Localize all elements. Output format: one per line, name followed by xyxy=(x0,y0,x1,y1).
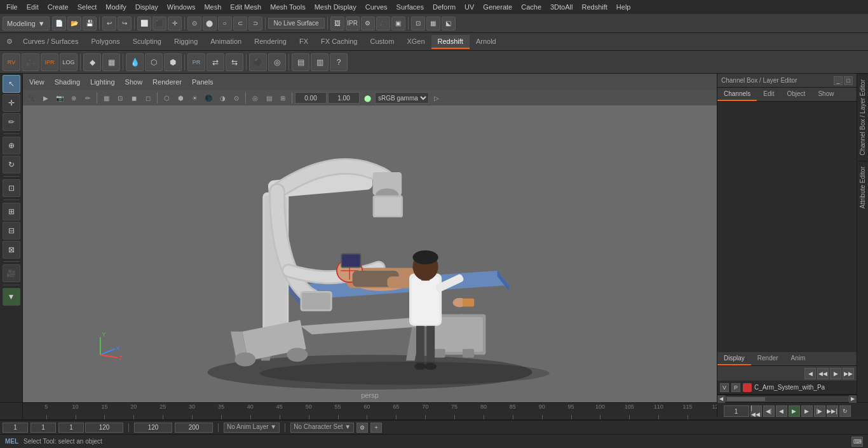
vp-icon4[interactable]: ◻ xyxy=(142,92,154,104)
tab-polygons[interactable]: Polygons xyxy=(85,35,126,49)
no-live-surface[interactable]: No Live Surface xyxy=(268,18,325,29)
shelf-pr2-icon[interactable]: ⇄ xyxy=(207,53,224,71)
layer-next-icon[interactable]: ▶ xyxy=(830,368,841,379)
panel-minimize-icon[interactable]: _ xyxy=(834,76,843,85)
menu-surfaces[interactable]: Surfaces xyxy=(393,2,428,12)
menu-edit-mesh[interactable]: Edit Mesh xyxy=(226,2,265,12)
vp-menu-panels[interactable]: Panels xyxy=(188,77,217,87)
vp-menu-renderer[interactable]: Renderer xyxy=(149,77,186,87)
ch-tab-channels[interactable]: Channels xyxy=(717,88,757,101)
display-icon[interactable]: ▣ xyxy=(391,17,405,31)
menu-mesh-display[interactable]: Mesh Display xyxy=(311,2,360,12)
ch-tab-edit[interactable]: Edit xyxy=(757,88,780,101)
shelf-ipr-icon[interactable]: IPR xyxy=(41,53,58,71)
shelf-rs1-icon[interactable]: ◆ xyxy=(83,53,101,71)
scroll-thumb[interactable] xyxy=(727,397,765,401)
new-scene-icon[interactable]: 📄 xyxy=(52,17,66,31)
layout-icon[interactable]: ▦ xyxy=(426,17,440,31)
open-scene-icon[interactable]: 📂 xyxy=(67,17,81,31)
layer-next2-icon[interactable]: ▶▶ xyxy=(843,368,854,379)
shelf-mat1-icon[interactable]: 💧 xyxy=(126,53,144,71)
panel-maximize-icon[interactable]: □ xyxy=(844,76,853,85)
paint-sel-icon[interactable]: ⬤ xyxy=(203,17,217,31)
menu-cache[interactable]: Cache xyxy=(517,2,545,12)
snap-icon[interactable]: ✛ xyxy=(168,17,182,31)
menu-deform[interactable]: Deform xyxy=(429,2,459,12)
expand-icon[interactable]: ⬕ xyxy=(442,17,456,31)
menu-edit[interactable]: Edit xyxy=(23,2,43,12)
menu-mesh[interactable]: Mesh xyxy=(200,2,225,12)
frame-slider-input[interactable] xyxy=(58,423,84,433)
multi-cut-icon[interactable]: ⊃ xyxy=(248,17,262,31)
ao-icon[interactable]: ◑ xyxy=(216,92,229,104)
workspace-dropdown[interactable]: Modeling ▼ xyxy=(3,17,50,31)
menu-windows[interactable]: Windows xyxy=(163,2,200,12)
camera-tools-icon[interactable]: 🎥 xyxy=(3,264,20,282)
render-settings-icon[interactable]: ⚙ xyxy=(361,17,375,31)
tab-fx[interactable]: FX xyxy=(293,35,315,49)
tab-animation[interactable]: Animation xyxy=(204,35,248,49)
shelf-cam-icon[interactable]: 🎥 xyxy=(22,53,39,71)
shelf-light1-icon[interactable]: ⚫ xyxy=(249,53,267,71)
vp-snap-icon[interactable]: ⊕ xyxy=(67,92,80,104)
next-key-icon[interactable]: |▶ xyxy=(814,405,825,417)
menu-generate[interactable]: Generate xyxy=(479,2,516,12)
char-set-settings-icon[interactable]: ⚙ xyxy=(356,423,368,433)
show-menu-icon[interactable]: ▼ xyxy=(3,288,20,306)
color-circle-icon[interactable]: ⬤ xyxy=(361,92,374,104)
shelf-rs2-icon[interactable]: ▦ xyxy=(102,53,120,71)
select-by-component-icon[interactable]: ⬛ xyxy=(153,17,166,31)
time-ruler[interactable]: 5101520253035404550556065707580859095100… xyxy=(23,402,717,420)
tab-custom[interactable]: Custom xyxy=(364,35,401,49)
char-set-dropdown[interactable]: No Character Set ▼ xyxy=(290,423,354,433)
lasso-icon[interactable]: ⊙ xyxy=(187,17,201,31)
scroll-right-icon[interactable]: ▶ xyxy=(849,395,857,403)
play-end-icon[interactable]: ▶▶| xyxy=(827,405,838,417)
shaded-icon[interactable]: ⬢ xyxy=(174,92,187,104)
grid-icon[interactable]: ▦ xyxy=(100,92,112,104)
soft-sel-icon[interactable]: ○ xyxy=(218,17,232,31)
vp-expand-icon[interactable]: ▷ xyxy=(430,92,443,104)
shelf-light2-icon[interactable]: ◎ xyxy=(268,53,286,71)
hud-icon[interactable]: ▤ xyxy=(262,92,275,104)
shelf-help-icon[interactable]: ? xyxy=(330,53,348,71)
isolate-icon[interactable]: ◎ xyxy=(248,92,261,104)
anim-layer-dropdown[interactable]: No Anim Layer ▼ xyxy=(224,423,280,433)
undo-icon[interactable]: ↩ xyxy=(102,17,116,31)
menu-display[interactable]: Display xyxy=(132,2,162,12)
symmetry-icon[interactable]: ⊂ xyxy=(233,17,247,31)
prev-key-icon[interactable]: ◀| xyxy=(763,405,775,417)
tab-arnold[interactable]: Arnold xyxy=(470,35,503,49)
next-frame-icon[interactable]: ▶ xyxy=(801,405,813,417)
vp-cam-icon[interactable]: 📷 xyxy=(53,92,66,104)
gamma-input[interactable] xyxy=(295,92,327,104)
list-item[interactable]: V P C_Arm_System_with_Pa xyxy=(717,381,857,395)
render-view-icon[interactable]: 🖼 xyxy=(330,17,344,31)
viewport[interactable]: View Shading Lighting Show Renderer Pane… xyxy=(23,74,717,402)
paint-tool-icon[interactable]: ✏ xyxy=(3,113,20,131)
wireframe-icon[interactable]: ⊡ xyxy=(114,92,126,104)
loop-icon[interactable]: ↻ xyxy=(839,405,851,417)
poly-mode-icon[interactable]: ⬡ xyxy=(160,92,173,104)
range-end2-input[interactable] xyxy=(175,423,213,433)
vp-menu-shading[interactable]: Shading xyxy=(51,77,84,87)
cam-icon[interactable]: 🎥 xyxy=(376,17,390,31)
shelf-settings-icon[interactable]: ⚙ xyxy=(3,35,17,49)
menu-3dtoall[interactable]: 3DtoAll xyxy=(546,2,576,12)
color-space-select[interactable]: sRGB gamma xyxy=(375,92,429,104)
edge-tab-channel-box[interactable]: Channel Box / Layer Editor xyxy=(858,74,867,161)
shelf-pr3-icon[interactable]: ⇆ xyxy=(226,53,243,71)
ch-tab-object[interactable]: Object xyxy=(781,88,812,101)
scroll-track[interactable] xyxy=(725,397,849,402)
menu-select[interactable]: Select xyxy=(74,2,101,12)
layer-playback-icon[interactable]: P xyxy=(731,383,740,392)
vp-paint-icon[interactable]: ✏ xyxy=(81,92,94,104)
menu-curves[interactable]: Curves xyxy=(362,2,391,12)
ch-tab-show[interactable]: Show xyxy=(811,88,840,101)
range-end-input[interactable] xyxy=(134,423,172,433)
vp-film-icon[interactable]: ▶ xyxy=(39,92,52,104)
tab-curves-surfaces[interactable]: Curves / Surfaces xyxy=(17,35,85,49)
layer-visibility-icon[interactable]: V xyxy=(720,383,729,392)
shelf-log-icon[interactable]: LOG xyxy=(60,53,78,71)
layer-prev2-icon[interactable]: ◀◀ xyxy=(817,368,829,379)
